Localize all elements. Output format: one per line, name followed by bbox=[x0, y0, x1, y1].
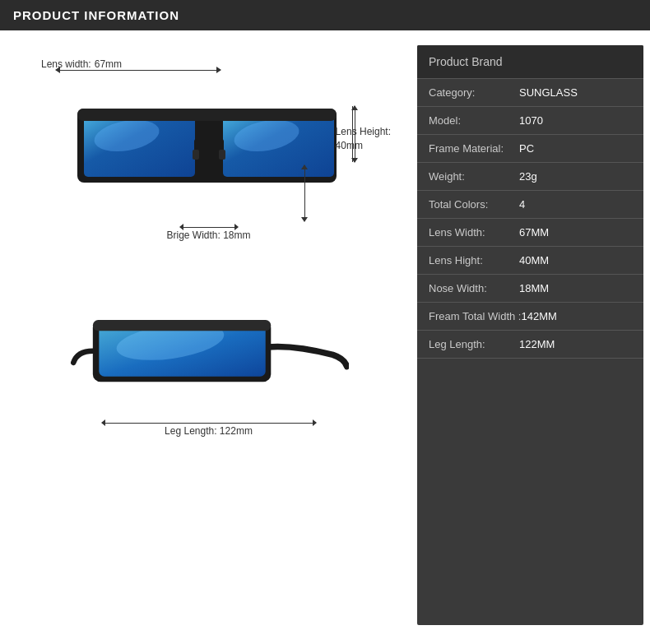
spec-label-8: Fream Total Width : bbox=[429, 310, 521, 322]
header-title: PRODUCT INFORMATION bbox=[13, 8, 179, 22]
sunglasses-side-image bbox=[69, 281, 349, 413]
sunglasses-front-image bbox=[69, 80, 349, 211]
spec-row-9: Leg Length: 122MM bbox=[417, 331, 643, 359]
spec-value-7: 18MM bbox=[519, 282, 549, 294]
spec-row-3: Weight: 23g bbox=[417, 163, 643, 191]
spec-label-5: Lens Width: bbox=[429, 226, 519, 239]
lens-height-arrow-container bbox=[355, 106, 355, 162]
svg-rect-7 bbox=[193, 150, 199, 160]
spec-value-4: 4 bbox=[519, 198, 525, 211]
spec-label-0: Category: bbox=[429, 86, 519, 99]
bridge-width-label: Brige Width: bbox=[166, 229, 220, 241]
lens-width-value: 67mm bbox=[95, 58, 122, 70]
spec-value-1: 1070 bbox=[519, 114, 543, 127]
lens-height-label: Lens Height: bbox=[336, 126, 391, 137]
spec-value-3: 23g bbox=[519, 170, 537, 183]
leg-length-label: Leg Length: bbox=[165, 425, 216, 437]
spec-label-3: Weight: bbox=[429, 170, 519, 183]
svg-rect-6 bbox=[77, 109, 337, 121]
front-view-section: Lens width: 67mm Lens Height: 40mm bbox=[16, 47, 401, 244]
lens-height-arrow bbox=[352, 106, 353, 162]
main-content: Lens width: 67mm Lens Height: 40mm bbox=[0, 30, 650, 640]
spec-label-4: Total Colors: bbox=[429, 198, 519, 211]
spec-row-1: Model: 1070 bbox=[417, 107, 643, 135]
spec-row-2: Frame Material: PC bbox=[417, 135, 643, 163]
spec-value-0: SUNGLASS bbox=[519, 86, 578, 99]
spec-row-0: Category: SUNGLASS bbox=[417, 79, 643, 107]
spec-row-7: Nose Width: 18MM bbox=[417, 275, 643, 303]
svg-rect-8 bbox=[219, 150, 225, 160]
spec-row-6: Lens Hight: 40MM bbox=[417, 247, 643, 275]
spec-label-7: Nose Width: bbox=[429, 282, 519, 294]
lens-height-value: 40mm bbox=[336, 140, 363, 151]
side-view-section: Leg Length: 122mm bbox=[16, 244, 401, 442]
bridge-width-value: 18mm bbox=[223, 229, 250, 241]
spec-value-2: PC bbox=[519, 142, 534, 155]
brand-row: Product Brand bbox=[417, 45, 643, 79]
spec-label-6: Lens Hight: bbox=[429, 254, 519, 266]
lens-width-label: Lens width: bbox=[41, 58, 91, 70]
spec-value-9: 122MM bbox=[519, 338, 555, 350]
spec-label-2: Frame Material: bbox=[429, 142, 519, 155]
leg-length-value: 122mm bbox=[220, 425, 253, 437]
bridge-width-measurement: Brige Width: 18mm bbox=[166, 227, 250, 241]
page-header: PRODUCT INFORMATION bbox=[0, 0, 650, 30]
spec-row-5: Lens Width: 67MM bbox=[417, 219, 643, 247]
spec-row-8: Fream Total Width : 142MM bbox=[417, 303, 643, 331]
spec-label-1: Model: bbox=[429, 114, 519, 127]
svg-rect-12 bbox=[92, 320, 270, 331]
spec-value-6: 40MM bbox=[519, 254, 549, 266]
left-panel: Lens width: 67mm Lens Height: 40mm bbox=[0, 39, 417, 632]
lens-width-measurement: Lens width: 67mm bbox=[41, 58, 122, 70]
spec-value-8: 142MM bbox=[521, 310, 556, 322]
lens-width-arrow bbox=[56, 70, 221, 71]
brand-label: Product Brand bbox=[429, 55, 503, 68]
specs-panel: Product Brand Category: SUNGLASS Model: … bbox=[417, 45, 643, 625]
leg-length-measurement: Leg Length: 122mm bbox=[102, 423, 316, 437]
lens-height-measurement: Lens Height: 40mm bbox=[336, 125, 391, 153]
spec-row-4: Total Colors: 4 bbox=[417, 191, 643, 219]
spec-label-9: Leg Length: bbox=[429, 338, 519, 350]
spec-value-5: 67MM bbox=[519, 226, 549, 239]
